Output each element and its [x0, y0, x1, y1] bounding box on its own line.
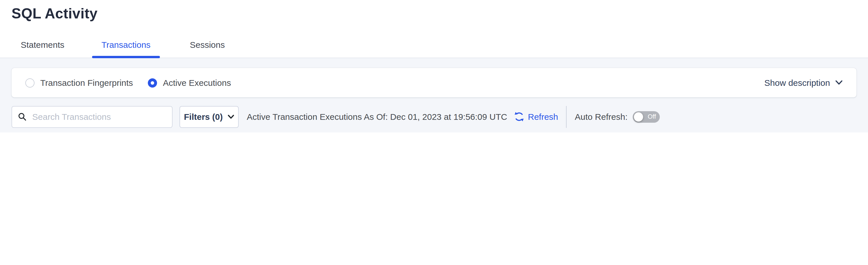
- tab-sessions[interactable]: Sessions: [190, 40, 225, 50]
- page-title: SQL Activity: [11, 5, 97, 22]
- active-tab-underline: [92, 56, 160, 58]
- radio-unselected-icon[interactable]: [25, 78, 34, 87]
- search-input[interactable]: [31, 111, 166, 122]
- tab-statements[interactable]: Statements: [21, 40, 64, 50]
- refresh-icon: [514, 111, 525, 122]
- auto-refresh-label: Auto Refresh:: [575, 112, 627, 122]
- chevron-down-icon: [228, 114, 235, 119]
- chevron-down-icon: [835, 80, 843, 85]
- radio-selected-icon[interactable]: [148, 78, 157, 87]
- radio-label: Active Executions: [163, 78, 231, 87]
- refresh-button[interactable]: Refresh: [514, 111, 558, 122]
- page-header: SQL Activity Statements Transactions Ses…: [0, 0, 868, 58]
- filters-button[interactable]: Filters (0): [180, 106, 239, 128]
- refresh-label: Refresh: [528, 112, 558, 122]
- auto-refresh-toggle[interactable]: Off: [633, 111, 660, 123]
- controls-row: Filters (0) Active Transaction Execution…: [11, 105, 857, 128]
- toggle-knob: [634, 112, 643, 121]
- tab-transactions[interactable]: Transactions: [92, 40, 160, 50]
- radio-label: Transaction Fingerprints: [40, 78, 133, 87]
- search-icon: [18, 112, 27, 121]
- radio-transaction-fingerprints[interactable]: Transaction Fingerprints: [25, 78, 133, 87]
- radio-active-executions[interactable]: Active Executions: [148, 78, 231, 87]
- show-description-button[interactable]: Show description: [765, 78, 843, 87]
- as-of-text: Active Transaction Executions As Of: Dec…: [247, 112, 507, 122]
- toggle-state-label: Off: [648, 113, 656, 120]
- show-description-label: Show description: [765, 78, 830, 87]
- sql-activity-page: SQL Activity Statements Transactions Ses…: [0, 0, 868, 132]
- vertical-divider: [566, 106, 567, 128]
- view-mode-card: Transaction Fingerprints Active Executio…: [11, 68, 857, 97]
- filters-label: Filters (0): [184, 112, 223, 122]
- search-box[interactable]: [11, 106, 173, 128]
